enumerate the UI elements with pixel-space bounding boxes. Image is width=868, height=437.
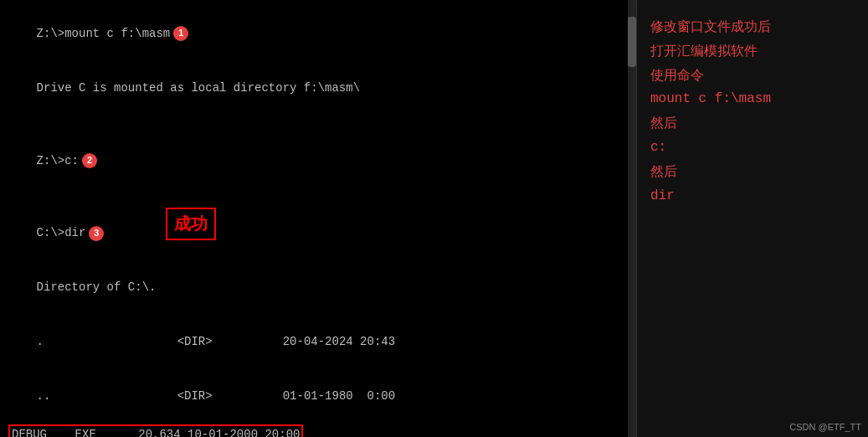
mount-result: Drive C is mounted as local directory f:…	[8, 61, 628, 116]
sidebar-line-4: mount c f:\masm	[650, 87, 855, 111]
sidebar-line-8: dir	[650, 184, 855, 208]
dir-header: Directory of C:\.	[8, 261, 628, 316]
empty-line-2	[8, 188, 628, 207]
success-label: 成功	[166, 208, 216, 240]
sidebar: 修改窗口文件成功后 打开汇编模拟软件 使用命令 mount c f:\masm …	[636, 0, 868, 437]
sidebar-line-5: 然后	[650, 111, 855, 136]
dot-dir: <DIR>	[177, 335, 213, 348]
sidebar-content: 修改窗口文件成功后 打开汇编模拟软件 使用命令 mount c f:\masm …	[650, 15, 855, 208]
step-badge-3: 3	[89, 226, 104, 241]
c-command: Z:\>c:	[37, 154, 79, 167]
dotdot-dir: <DIR>	[177, 389, 213, 403]
step-badge-1: 1	[173, 26, 188, 41]
dotdot-date-spacer	[213, 389, 283, 403]
sidebar-line-7: 然后	[650, 160, 855, 184]
dotdot-entry: .. <DIR> 01-01-1980 0:00	[8, 370, 628, 424]
dot-date-spacer	[213, 335, 283, 348]
dotdot-date: 01-01-1980 0:00	[283, 389, 395, 403]
dot-date: 20-04-2024 20:43	[283, 335, 395, 348]
dot-entry: . <DIR> 20-04-2024 20:43	[8, 316, 628, 370]
sidebar-line-3: 使用命令	[650, 64, 855, 88]
files-border-box: DEBUG EXE 20,634 10-01-2000 20:00DESKTOP…	[8, 424, 303, 437]
step-badge-2: 2	[82, 153, 97, 168]
watermark: CSDN @ETF_TT	[789, 422, 861, 432]
dotdot-spacer	[50, 389, 177, 403]
dir-command: C:\>dir	[37, 226, 86, 239]
mount-result-text: Drive C is mounted as local directory f:…	[37, 81, 360, 95]
dir-header-text: Directory of C:\.	[37, 280, 157, 294]
command-line-1: Z:\>mount c f:\masm1	[8, 7, 628, 61]
command-line-2: Z:\>c:2	[8, 134, 628, 188]
scrollbar[interactable]	[628, 0, 636, 437]
file-list: DEBUG EXE 20,634 10-01-2000 20:00DESKTOP…	[12, 426, 300, 437]
command-line-3: C:\>dir3	[8, 207, 628, 261]
dotdot-name: ..	[37, 389, 51, 403]
empty-line-1	[8, 116, 628, 134]
dot-name: .	[37, 335, 44, 348]
mount-command: Z:\>mount c f:\masm	[37, 27, 171, 40]
sidebar-line-6: c:	[650, 136, 855, 160]
dot-spacer	[44, 335, 177, 348]
sidebar-line-1: 修改窗口文件成功后	[650, 15, 855, 39]
terminal: Z:\>mount c f:\masm1 Drive C is mounted …	[0, 0, 636, 437]
sidebar-line-2: 打开汇编模拟软件	[650, 39, 855, 64]
table-row: DEBUG EXE 20,634 10-01-2000 20:00	[12, 426, 300, 437]
scrollbar-thumb[interactable]	[628, 17, 636, 67]
